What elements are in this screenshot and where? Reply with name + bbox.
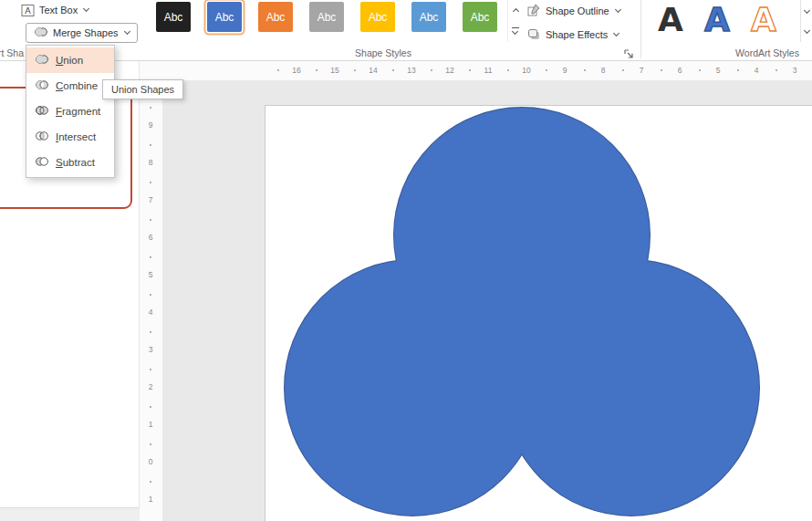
ruler-tick (150, 369, 151, 370)
fragment-icon (35, 105, 49, 118)
menu-item-subtract[interactable]: Subtract (26, 150, 114, 175)
group-separator (640, 0, 641, 58)
ruler-number: 14 (369, 66, 377, 75)
ruler-number: 13 (407, 66, 415, 75)
tooltip: Union Shapes (102, 79, 183, 99)
shape-style-thumb[interactable]: Abc (360, 2, 395, 32)
ruler-number: 9 (563, 66, 567, 75)
ruler-tick (316, 69, 318, 71)
chevron-down-icon (615, 6, 621, 13)
chevron-down-icon (803, 6, 809, 13)
shape-style-thumb[interactable]: Abc (258, 2, 293, 32)
ruler-number: 12 (445, 66, 453, 75)
shape-style-thumb[interactable]: Abc (309, 2, 344, 32)
ruler-tick (776, 69, 777, 71)
ruler-number: 10 (522, 66, 530, 75)
ruler-tick (584, 69, 586, 71)
ruler-number: 8 (149, 158, 153, 167)
subtract-icon (35, 156, 49, 169)
ruler-tick (150, 182, 151, 183)
gallery-scroll-up-button[interactable] (508, 0, 522, 20)
menu-item-intersect[interactable]: Intersect (26, 124, 114, 150)
shape-effects-button[interactable]: Shape Effects (527, 26, 619, 44)
ruler-tick (661, 69, 662, 71)
chevron-down-icon (613, 30, 619, 36)
combine-icon (35, 79, 49, 92)
intersect-icon (35, 130, 49, 143)
menu-item-label: Intersect (56, 131, 96, 142)
ruler-tick (392, 69, 394, 71)
gallery-more-button[interactable] (508, 20, 522, 40)
ruler-tick (150, 256, 151, 258)
wordart-style-thumb[interactable]: A (744, 0, 783, 41)
ruler-tick (150, 481, 151, 483)
horizontal-ruler: 161514131211109876543 (140, 61, 812, 80)
ruler-tick (150, 294, 151, 296)
menu-item-label: Subtract (56, 157, 95, 168)
ruler-number: 5 (149, 270, 153, 279)
ruler-tick (737, 69, 739, 71)
union-icon (35, 54, 49, 67)
ruler-number: 4 (149, 307, 153, 317)
chevron-up-icon (513, 8, 519, 15)
shape-style-thumb[interactable]: Abc (463, 2, 497, 32)
wordart-more-button[interactable] (801, 20, 812, 40)
ruler-number: 3 (793, 66, 797, 75)
shape-style-gallery: AbcAbcAbcAbcAbcAbcAbc (156, 2, 497, 32)
wordart-style-thumb[interactable]: A (698, 0, 736, 41)
menu-item-union[interactable]: Union (26, 47, 114, 73)
ruler-tick (469, 69, 471, 71)
chevron-down-icon (83, 5, 89, 12)
ruler-number: 6 (149, 233, 153, 242)
merge-shapes-menu: UnionCombineFragmentIntersectSubtract (26, 45, 115, 178)
ribbon: A Text Box Merge Shapes rt Sha AbcAbcAbc… (0, 0, 812, 61)
ruler-number: 4 (755, 66, 759, 75)
merged-shape[interactable] (265, 105, 812, 521)
ruler-number: 5 (716, 66, 721, 75)
ruler-tick (150, 443, 151, 445)
ruler-number: 3 (149, 345, 153, 354)
ruler-number: 16 (292, 66, 300, 75)
ruler-number: 0 (149, 457, 153, 466)
gallery-scroll-controls (507, 0, 522, 42)
text-box-label: Text Box (39, 5, 78, 16)
text-box-button[interactable]: A Text Box (21, 0, 88, 20)
ruler-number: 11 (484, 66, 493, 75)
menu-item-label: Combine (56, 80, 98, 91)
chevron-down-icon (512, 27, 518, 34)
shape-styles-dialog-launcher[interactable] (623, 47, 635, 59)
ruler-tick (431, 69, 432, 71)
ruler-number: 9 (149, 120, 153, 130)
shape-outline-button[interactable]: Shape Outline (527, 2, 620, 20)
wordart-style-thumb[interactable]: A (651, 0, 690, 41)
tooltip-text: Union Shapes (111, 84, 174, 95)
ruler-tick (150, 107, 151, 109)
text-box-icon: A (21, 4, 35, 17)
shape-outline-label: Shape Outline (546, 5, 609, 16)
shape-style-thumb[interactable]: Abc (207, 2, 242, 32)
chevron-down-icon (124, 28, 130, 35)
ruler-number: 1 (149, 495, 153, 504)
shape-outline-icon (527, 4, 541, 19)
menu-item-fragment[interactable]: Fragment (26, 99, 114, 124)
ruler-tick (546, 69, 547, 71)
shape-effects-label: Shape Effects (546, 29, 608, 40)
ruler-number: 6 (678, 66, 682, 75)
menu-item-label: Union (56, 55, 83, 66)
merge-shapes-label: Merge Shapes (53, 27, 119, 38)
thumbnail-panel-scroll-track[interactable] (0, 507, 140, 521)
powerpoint-window: 161514131211109876543 98765432101 A Text… (0, 0, 812, 521)
ruler-tick (354, 69, 356, 71)
ruler-tick (150, 219, 151, 221)
merge-shapes-button[interactable]: Merge Shapes (26, 23, 138, 43)
menu-item-combine[interactable]: Combine (26, 73, 114, 99)
menu-item-label: Fragment (56, 106, 100, 117)
shape-effects-icon (527, 27, 541, 43)
shape-style-thumb[interactable]: Abc (411, 2, 446, 32)
shape-styles-group-label: Shape Styles (219, 47, 547, 58)
shape-style-thumb[interactable]: Abc (156, 2, 191, 32)
wordart-styles-group-label: WordArt Styles (690, 47, 812, 58)
ruler-tick (622, 69, 624, 71)
wordart-scroll-down-button[interactable] (801, 0, 812, 20)
merge-shapes-icon (34, 26, 48, 39)
